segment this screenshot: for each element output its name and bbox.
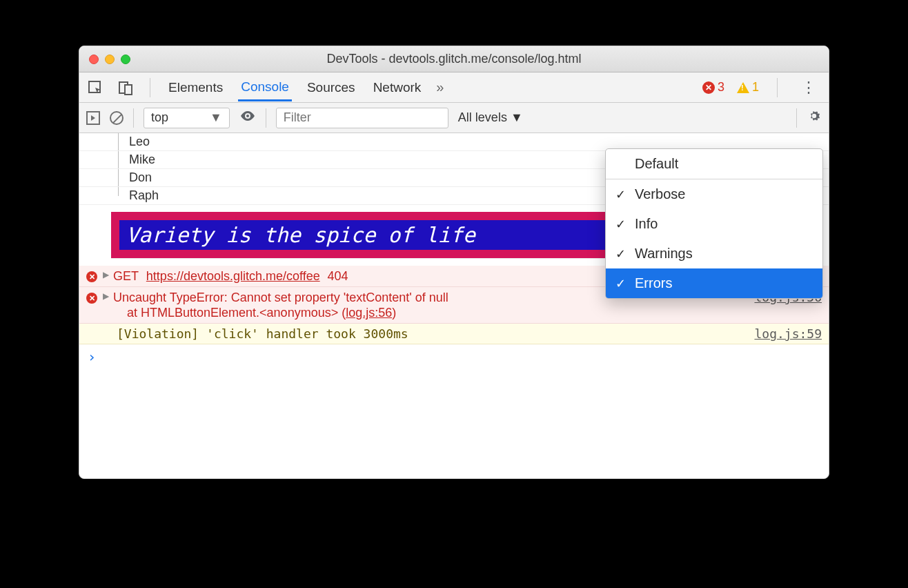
dropdown-label: Warnings — [635, 246, 693, 261]
context-value: top — [151, 110, 168, 125]
sidebar-toggle-icon[interactable] — [86, 111, 100, 125]
divider — [777, 78, 778, 97]
check-icon: ✓ — [615, 187, 626, 202]
check-icon: ✓ — [615, 276, 626, 291]
settings-icon[interactable] — [807, 108, 822, 127]
stack-suffix: ) — [392, 306, 396, 320]
device-toolbar-icon[interactable] — [117, 79, 135, 97]
expand-icon[interactable]: ▶ — [103, 270, 109, 280]
error-badge-icon: ✕ — [702, 81, 715, 94]
divider — [796, 108, 797, 128]
error-icon: ✕ — [86, 271, 97, 282]
divider — [150, 78, 150, 97]
warning-counter[interactable]: 1 — [737, 80, 759, 95]
dropdown-label: Verbose — [635, 186, 685, 202]
console-toolbar: top ▼ All levels ▼ — [79, 103, 829, 133]
console-prompt[interactable]: › — [79, 344, 829, 369]
violation-row[interactable]: [Violation] 'click' handler took 3000ms … — [79, 324, 829, 344]
dropdown-item-info[interactable]: ✓ Info — [606, 209, 822, 239]
divider — [133, 108, 134, 128]
check-icon: ✓ — [615, 217, 626, 232]
dropdown-item-default[interactable]: Default — [606, 149, 822, 179]
error-text: Uncaught TypeError: Cannot set property … — [113, 291, 448, 304]
dropdown-item-warnings[interactable]: ✓ Warnings — [606, 239, 822, 268]
source-link[interactable]: log.js:59 — [754, 326, 822, 341]
svg-rect-0 — [89, 81, 100, 92]
warning-count: 1 — [752, 80, 759, 95]
titlebar: DevTools - devtools.glitch.me/console/lo… — [79, 46, 829, 72]
tabs-overflow-icon[interactable]: » — [436, 79, 444, 95]
error-counter[interactable]: ✕ 3 — [702, 80, 724, 95]
http-method: GET — [113, 269, 139, 283]
dropdown-label: Errors — [635, 275, 672, 291]
tab-sources[interactable]: Sources — [304, 75, 358, 101]
main-tabbar: Elements Console Sources Network » ✕ 3 1… — [79, 72, 829, 103]
error-icon: ✕ — [86, 293, 97, 304]
violation-text: [Violation] 'click' handler took 3000ms — [103, 326, 754, 341]
dropdown-label: Info — [635, 216, 658, 231]
tab-network[interactable]: Network — [371, 75, 424, 101]
svg-rect-2 — [125, 85, 132, 95]
inspect-icon[interactable] — [86, 79, 104, 97]
window-title: DevTools - devtools.glitch.me/console/lo… — [79, 52, 829, 66]
error-count: 3 — [718, 80, 724, 95]
filter-input[interactable] — [276, 108, 448, 128]
log-level-selector[interactable]: All levels ▼ — [458, 110, 523, 125]
error-url[interactable]: https://devtools.glitch.me/coffee — [146, 269, 320, 283]
stack-prefix: at HTMLButtonElement.<anonymous> ( — [113, 306, 346, 320]
svg-point-3 — [246, 115, 249, 117]
log-level-dropdown: Default ✓ Verbose ✓ Info ✓ Warnings ✓ Er… — [605, 148, 823, 299]
divider — [266, 108, 266, 128]
menu-icon[interactable]: ⋮ — [796, 79, 822, 97]
tab-elements[interactable]: Elements — [166, 75, 226, 101]
chevron-down-icon: ▼ — [210, 110, 222, 125]
devtools-window: DevTools - devtools.glitch.me/console/lo… — [79, 46, 829, 479]
dropdown-label: Default — [635, 156, 678, 171]
tab-console[interactable]: Console — [238, 74, 292, 101]
clear-console-icon[interactable] — [110, 111, 124, 125]
dropdown-item-errors[interactable]: ✓ Errors — [606, 268, 822, 298]
dropdown-item-verbose[interactable]: ✓ Verbose — [606, 179, 822, 209]
http-status: 404 — [328, 269, 348, 283]
check-icon: ✓ — [615, 246, 626, 262]
expand-icon[interactable]: ▶ — [103, 291, 109, 301]
live-expression-icon[interactable] — [239, 108, 256, 128]
context-selector[interactable]: top ▼ — [144, 108, 230, 128]
stack-link[interactable]: log.js:56 — [346, 306, 392, 320]
warning-badge-icon — [737, 82, 749, 93]
